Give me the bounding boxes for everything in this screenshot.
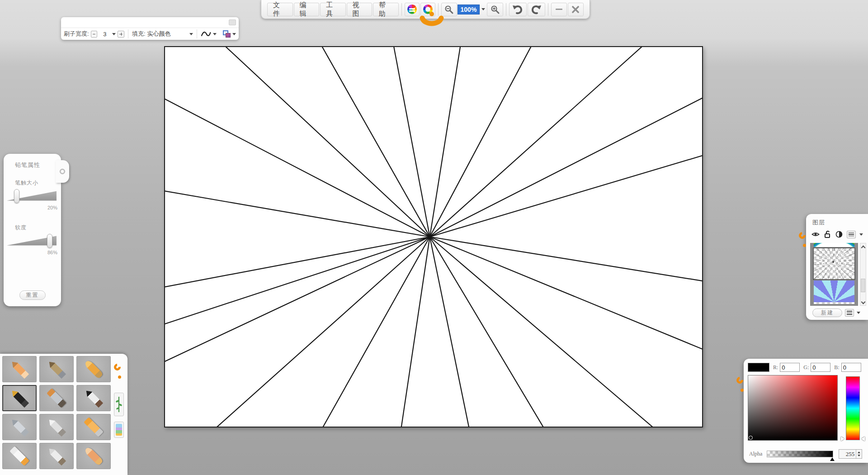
- alpha-marker[interactable]: [830, 457, 835, 461]
- fountain-pen-icon: [9, 388, 29, 408]
- contrast-icon: [835, 230, 843, 238]
- spin-up-icon[interactable]: [858, 451, 860, 453]
- green-field[interactable]: [811, 363, 830, 372]
- drawing-canvas[interactable]: [164, 46, 703, 428]
- fun-mode-button[interactable]: [405, 3, 420, 16]
- undo-icon: [512, 4, 524, 15]
- toolbar-drag-handle[interactable]: [419, 11, 445, 27]
- menu-item-view[interactable]: 视图: [347, 3, 373, 16]
- softness-slider[interactable]: [7, 234, 57, 248]
- stroke-style-icon[interactable]: [201, 30, 211, 38]
- spinner-arrows[interactable]: [856, 450, 862, 458]
- layer-opacity-button[interactable]: [835, 230, 843, 238]
- eye-icon: [811, 231, 820, 238]
- toolbar-collapse-button[interactable]: [229, 19, 236, 25]
- redo-button[interactable]: [528, 3, 545, 16]
- softness-slider-thumb[interactable]: [47, 234, 52, 248]
- saturation-value-picker[interactable]: [748, 375, 838, 441]
- tool-airbrush[interactable]: [2, 414, 37, 440]
- handle-curl-icon: [113, 362, 122, 372]
- tool-fountain-pen[interactable]: [2, 385, 37, 411]
- color-style-icon[interactable]: [223, 30, 231, 38]
- spin-down-icon[interactable]: [858, 455, 860, 456]
- tool-crayon[interactable]: [76, 356, 111, 382]
- fill-type-dropdown[interactable]: 实心颜色: [147, 30, 188, 38]
- close-button[interactable]: [568, 3, 584, 16]
- layer-options-button[interactable]: [845, 309, 854, 317]
- menu-item-tools[interactable]: 工具: [320, 3, 346, 16]
- rainbow-chip-icon: [116, 424, 122, 436]
- undo-button[interactable]: [509, 3, 527, 16]
- scroll-up-icon[interactable]: [861, 245, 865, 249]
- tool-charcoal-stick[interactable]: [39, 356, 74, 382]
- layer-options-dropdown-icon[interactable]: [857, 312, 860, 314]
- tool-paint-tube[interactable]: [2, 443, 37, 469]
- layer-menu-dropdown-icon[interactable]: [859, 233, 863, 236]
- layer-menu-button[interactable]: [847, 231, 856, 238]
- zoom-level[interactable]: 100%: [458, 5, 480, 14]
- handle-dot: [118, 375, 121, 379]
- handle-curl-icon: [735, 375, 745, 385]
- scroll-down-icon[interactable]: [861, 299, 865, 304]
- hue-slider[interactable]: [846, 376, 860, 440]
- tool-ink-brush[interactable]: [76, 385, 111, 411]
- tool-eraser[interactable]: [76, 443, 111, 469]
- hue-marker-right[interactable]: [861, 437, 865, 441]
- hue-marker-left[interactable]: [841, 437, 844, 441]
- stroke-style-dropdown-icon[interactable]: [213, 33, 217, 35]
- zoom-in-button[interactable]: [487, 3, 503, 16]
- layer-thumbnail-sketch[interactable]: [814, 248, 854, 279]
- toolbar-divider: [548, 3, 548, 16]
- palette-drag-handle[interactable]: [114, 364, 124, 380]
- layer-visibility-button[interactable]: [811, 230, 820, 238]
- layer-list-scrollbar[interactable]: [860, 243, 866, 306]
- crayon-icon: [84, 359, 104, 379]
- red-field[interactable]: [780, 363, 800, 372]
- tool-pencil[interactable]: [2, 356, 37, 382]
- menu-item-file[interactable]: 文件: [267, 3, 293, 16]
- fill-dropdown-icon[interactable]: [189, 33, 193, 35]
- sv-selection-indicator[interactable]: [749, 436, 753, 440]
- nature-tools-tab[interactable]: [114, 393, 124, 416]
- reset-button[interactable]: 重置: [19, 290, 46, 300]
- stroke-size-slider[interactable]: [7, 190, 57, 203]
- red-label: R:: [773, 364, 778, 371]
- airbrush-icon: [9, 417, 29, 437]
- minimize-button[interactable]: [551, 3, 567, 16]
- color-panel-handle[interactable]: [736, 377, 746, 393]
- sketch-rays-preview: [814, 248, 854, 279]
- tool-paint-roller[interactable]: [76, 414, 111, 440]
- layers-bottom-bar: 新建: [806, 309, 868, 317]
- tool-spatula[interactable]: [39, 443, 74, 469]
- alpha-spinner[interactable]: 255: [839, 449, 862, 459]
- alpha-slider[interactable]: [767, 451, 833, 457]
- color-style-dropdown-icon[interactable]: [232, 33, 236, 35]
- brush-width-increase-button[interactable]: [118, 31, 124, 38]
- stroke-size-value: 20%: [7, 205, 57, 210]
- new-layer-button[interactable]: 新建: [812, 309, 842, 317]
- blue-rays-preview: [814, 280, 854, 304]
- zoom-dropdown[interactable]: [480, 3, 487, 16]
- layers-panel-handle[interactable]: [799, 232, 809, 248]
- magnifier-plus-icon: [490, 5, 500, 14]
- layer-thumbnail-rainbow[interactable]: [814, 243, 854, 247]
- menu-item-edit[interactable]: 编辑: [294, 3, 320, 16]
- sticker-tools-tab[interactable]: [114, 422, 124, 438]
- scrollbar-thumb[interactable]: [861, 279, 865, 292]
- stroke-size-slider-thumb[interactable]: [14, 189, 19, 203]
- menu-item-help[interactable]: 帮助: [373, 3, 399, 16]
- pencil-panel-handle[interactable]: [56, 160, 69, 183]
- alpha-label: Alpha: [749, 451, 762, 457]
- brush-options-row: 刷子宽度: 3 填充: 实心颜色: [61, 28, 239, 40]
- stroke-size-label: 笔触大小: [15, 179, 61, 187]
- tool-palette-knife[interactable]: [39, 414, 74, 440]
- blue-field[interactable]: [841, 363, 861, 372]
- layer-thumbnail-blue-rays[interactable]: [814, 280, 854, 304]
- paint-tube-icon: [9, 446, 29, 466]
- chevron-down-icon: [481, 8, 485, 10]
- brush-width-decrease-button[interactable]: [91, 31, 98, 38]
- tool-flat-brush[interactable]: [39, 385, 74, 411]
- brush-width-dropdown-icon[interactable]: [112, 33, 116, 35]
- layer-lock-button[interactable]: [823, 230, 831, 238]
- rgb-row: R: G: B:: [748, 363, 861, 372]
